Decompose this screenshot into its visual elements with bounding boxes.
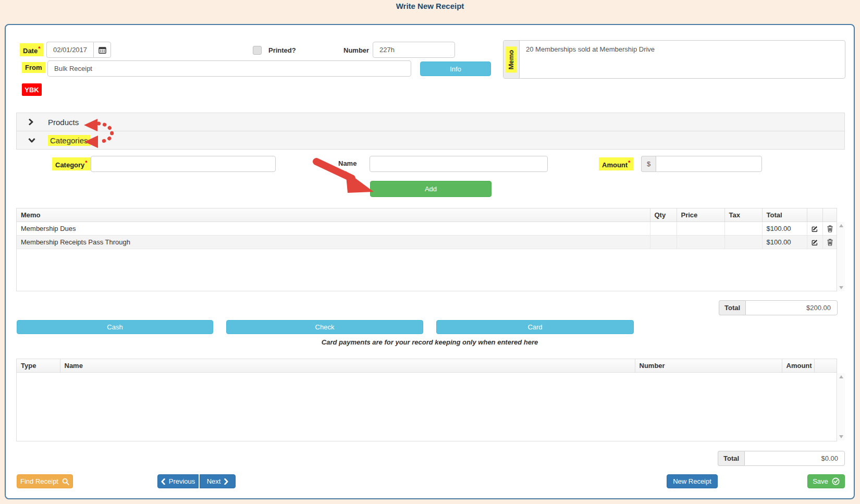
amount-required-asterisk: * <box>628 159 630 166</box>
payments-total-value <box>744 451 845 466</box>
chevron-left-icon <box>161 478 165 485</box>
receipt-form-panel: Date* Printed? Number Memo <box>5 24 855 499</box>
payments-scrollbar[interactable] <box>838 373 845 440</box>
chevron-right-icon <box>28 118 33 126</box>
col-actions <box>814 359 837 373</box>
scroll-down-icon[interactable] <box>839 435 843 438</box>
category-input[interactable] <box>91 156 276 172</box>
delete-row-button[interactable] <box>822 222 837 236</box>
col-delete <box>822 208 837 222</box>
from-label: From <box>22 62 45 73</box>
previous-button[interactable]: Previous <box>157 474 199 488</box>
category-required-asterisk: * <box>85 159 87 166</box>
col-total: Total <box>762 208 807 222</box>
line-items-total-group: Total <box>719 300 838 315</box>
cell-price <box>677 222 724 236</box>
save-button[interactable]: Save <box>807 474 845 488</box>
cell-total: $100.00 <box>762 222 807 236</box>
find-receipt-button[interactable]: Find Receipt <box>17 474 73 488</box>
search-icon <box>62 478 69 485</box>
date-picker-button[interactable] <box>93 42 111 58</box>
check-button[interactable]: Check <box>226 320 423 334</box>
col-edit <box>807 208 822 222</box>
line-items-total-value <box>745 300 838 315</box>
payments-header-row: Type Name Number Amount <box>17 359 837 373</box>
name-label: Name <box>338 159 357 167</box>
categories-section-header[interactable]: Categories <box>16 131 845 150</box>
number-label: Number <box>343 46 369 54</box>
amount-input[interactable] <box>656 156 762 172</box>
number-input[interactable] <box>373 42 455 58</box>
line-items-scrollbar[interactable] <box>838 222 845 291</box>
trash-icon <box>824 238 837 246</box>
add-button[interactable]: Add <box>370 181 492 197</box>
date-input-group <box>46 42 111 58</box>
card-button[interactable]: Card <box>436 320 634 334</box>
page-title: Write New Receipt <box>0 2 860 10</box>
next-button[interactable]: Next <box>200 474 236 488</box>
amount-input-group: $ <box>641 156 762 172</box>
memo-textarea[interactable]: 20 Memberships sold at Membership Drive <box>520 41 845 78</box>
line-items-total-label: Total <box>719 300 745 315</box>
printed-label: Printed? <box>268 46 296 54</box>
table-row: Membership Receipts Pass Through $100.00 <box>17 236 837 249</box>
edit-row-button[interactable] <box>807 222 822 236</box>
line-items-table: Memo Qty Price Tax Total Membership Dues <box>16 208 837 291</box>
col-tax: Tax <box>724 208 762 222</box>
calendar-icon <box>99 46 106 54</box>
info-button[interactable]: Info <box>420 62 491 76</box>
categories-section-label: Categories <box>48 135 90 146</box>
amount-label: Amount* <box>599 157 633 170</box>
payments-total-group: Total <box>718 451 845 466</box>
cell-total: $100.00 <box>762 236 807 249</box>
col-qty: Qty <box>650 208 677 222</box>
edit-row-button[interactable] <box>807 236 822 249</box>
write-new-receipt-page: Write New Receipt Date* Printed? Number <box>0 0 860 504</box>
edit-icon <box>808 239 821 246</box>
col-price: Price <box>677 208 724 222</box>
col-number: Number <box>635 359 782 373</box>
amount-prefix: $ <box>641 156 656 172</box>
memo-label-strip: Memo <box>503 41 520 78</box>
trash-icon <box>824 225 837 232</box>
scroll-up-icon[interactable] <box>839 375 843 378</box>
edit-icon <box>808 225 821 232</box>
memo-label: Memo <box>506 46 517 72</box>
col-type: Type <box>17 359 60 373</box>
scroll-down-icon[interactable] <box>839 286 843 289</box>
date-input[interactable] <box>46 42 93 58</box>
from-input[interactable] <box>47 60 411 77</box>
col-amount: Amount <box>782 359 814 373</box>
table-row: Membership Dues $100.00 <box>17 222 837 236</box>
name-input[interactable] <box>370 156 548 172</box>
chevron-down-icon <box>28 138 35 143</box>
category-label: Category* <box>52 157 91 170</box>
products-section-label: Products <box>46 117 81 128</box>
col-memo: Memo <box>17 208 650 222</box>
cell-memo: Membership Dues <box>17 222 650 236</box>
new-receipt-button[interactable]: New Receipt <box>667 474 718 488</box>
payments-total-label: Total <box>718 451 744 466</box>
line-items-header-row: Memo Qty Price Tax Total <box>17 208 837 222</box>
chevron-right-icon <box>224 478 228 485</box>
date-label: Date* <box>20 43 43 56</box>
company-badge: YBK <box>22 83 42 96</box>
cell-price <box>677 236 724 249</box>
check-circle-icon <box>832 477 840 485</box>
cash-button[interactable]: Cash <box>17 320 213 334</box>
date-required-asterisk: * <box>38 45 40 52</box>
cell-tax <box>724 236 762 249</box>
col-name: Name <box>60 359 635 373</box>
printed-checkbox[interactable] <box>253 46 262 55</box>
delete-row-button[interactable] <box>822 236 837 249</box>
products-section-header[interactable]: Products <box>16 113 845 131</box>
cell-memo: Membership Receipts Pass Through <box>17 236 650 249</box>
memo-box: Memo 20 Memberships sold at Membership D… <box>503 40 845 79</box>
payments-table: Type Name Number Amount <box>16 359 837 441</box>
scroll-up-icon[interactable] <box>839 224 843 227</box>
cell-qty <box>650 222 677 236</box>
cell-tax <box>724 222 762 236</box>
cell-qty <box>650 236 677 249</box>
card-payments-note: Card payments are for your record keepin… <box>6 338 854 346</box>
